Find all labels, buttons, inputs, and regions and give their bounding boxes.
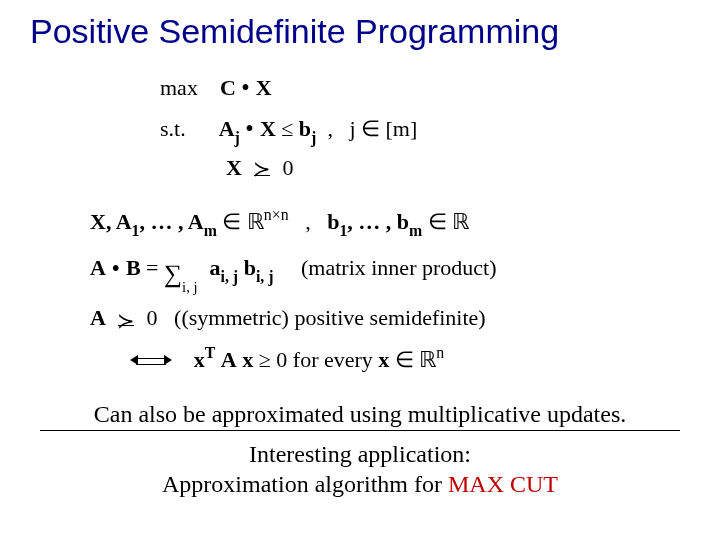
- xT: xT: [194, 347, 216, 372]
- definitions-block: X, A1, … , Am ∈ n×n , b1, … , bm ∈ A • B…: [90, 201, 690, 381]
- X-matrix: X: [256, 75, 272, 100]
- st-label: s.t.: [160, 116, 186, 141]
- sdp-formulation: max C • X s.t. Aj • X ≤ bj , j ∈ [m] X 0: [160, 67, 690, 187]
- C-matrix: C: [220, 75, 236, 100]
- application-text: Approximation algorithm for: [162, 471, 448, 497]
- in-symbol: ∈: [428, 209, 453, 234]
- x-vector: x: [242, 347, 253, 372]
- slide: Positive Semidefinite Programming max C …: [0, 0, 720, 540]
- constraint-row: s.t. Aj • X ≤ bj , j ∈ [m]: [160, 108, 690, 150]
- footer-line-1: Can also be approximated using multiplic…: [40, 401, 680, 431]
- X-matrix: X: [260, 116, 276, 141]
- psd-def-row: A 0 ((symmetric) positive semidefinite): [90, 297, 690, 339]
- iff-icon: [130, 351, 172, 373]
- in-symbol: ∈: [395, 347, 420, 372]
- inner-product-row: A • B = ∑i, j ai, j bi, j (matrix inner …: [90, 244, 690, 296]
- A-matrix: A: [90, 305, 106, 330]
- ge-zero: ≥ 0: [259, 347, 288, 372]
- in-symbol: ∈: [222, 209, 247, 234]
- succeq-icon: [253, 157, 272, 179]
- psd-label: ((symmetric) positive semidefinite): [174, 305, 486, 330]
- for-every: for every: [293, 347, 379, 372]
- Rn: n: [419, 347, 444, 372]
- max-label: max: [160, 75, 198, 100]
- sum-icon: ∑i, j: [164, 249, 182, 297]
- B-matrix: B: [126, 255, 141, 280]
- domain-row: X, A1, … , Am ∈ n×n , b1, … , bm ∈: [90, 201, 690, 245]
- psd-constraint-row: X 0: [160, 150, 690, 187]
- maxcut-label: MAX CUT: [448, 471, 558, 497]
- application-label: Interesting application:: [249, 441, 471, 467]
- X-A-list: X, A1, … , Am: [90, 209, 222, 234]
- zero: 0: [147, 305, 158, 330]
- comma: ,: [322, 116, 344, 141]
- R: [452, 209, 469, 234]
- slide-title: Positive Semidefinite Programming: [30, 12, 690, 51]
- dot-icon: •: [111, 255, 126, 282]
- equals: =: [146, 255, 164, 280]
- zero: 0: [283, 155, 294, 180]
- footer-line-2: Interesting application: Approximation a…: [30, 439, 690, 499]
- A-matrix: A: [90, 255, 106, 280]
- A-matrix: A: [221, 347, 237, 372]
- bj-vector: bj: [299, 116, 317, 141]
- inner-product-label: (matrix inner product): [301, 255, 497, 280]
- comma: ,: [305, 209, 311, 234]
- objective-row: max C • X: [160, 67, 690, 108]
- b-list: b1, … , bm: [327, 209, 428, 234]
- dot-icon: •: [241, 74, 256, 101]
- quad-form-row: xT A x ≥ 0 for every x ∈ n: [130, 339, 690, 381]
- b-entry: bi, j: [244, 255, 274, 280]
- a-entry: ai, j: [210, 255, 239, 280]
- X-matrix: X: [226, 155, 242, 180]
- footer-block: Can also be approximated using multiplic…: [30, 401, 690, 499]
- Rnn: n×n: [247, 209, 289, 234]
- le-symbol: ≤: [281, 116, 299, 141]
- Aj-matrix: Aj: [219, 116, 240, 141]
- dot-icon: •: [245, 115, 260, 142]
- j-range: j ∈ [m]: [349, 116, 417, 141]
- x-vector: x: [378, 347, 389, 372]
- succeq-icon: [117, 307, 136, 329]
